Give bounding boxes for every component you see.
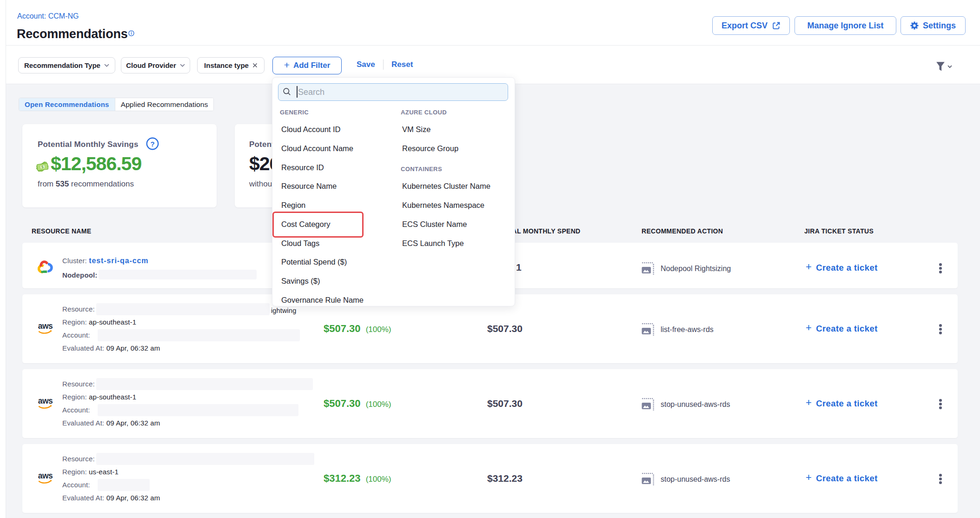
svg-text:aws: aws bbox=[38, 321, 53, 331]
svg-text:aws: aws bbox=[38, 396, 53, 405]
svg-text:?: ? bbox=[150, 140, 154, 148]
svg-text:aws: aws bbox=[38, 471, 53, 480]
